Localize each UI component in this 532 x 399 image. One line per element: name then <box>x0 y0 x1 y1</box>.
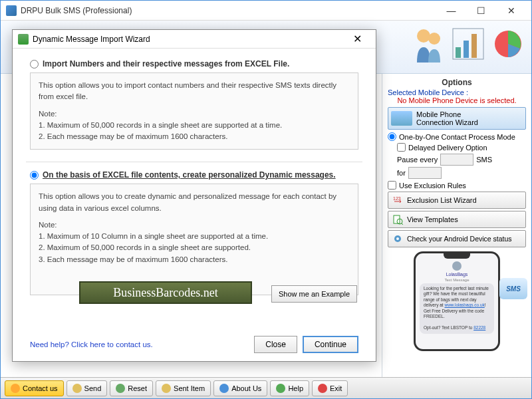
option2-description: This option allows you to create dynamic… <box>30 184 358 295</box>
svg-rect-2 <box>456 47 461 58</box>
app-title: DRPU Bulk SMS (Professional) <box>21 6 436 15</box>
reset-icon <box>116 384 125 393</box>
selected-device-value: No Mobile Phone Device is selected. <box>388 96 526 104</box>
send-button[interactable]: Send <box>66 380 108 396</box>
close-window-button[interactable]: ✕ <box>496 1 526 20</box>
pause-unit: SMS <box>476 156 492 164</box>
minimize-button[interactable]: — <box>436 1 466 20</box>
options-panel: Options Selected Mobile Device : No Mobi… <box>382 74 531 377</box>
option1-description: This option allows you to import contact… <box>30 72 358 150</box>
exit-button[interactable]: Exit <box>312 380 348 396</box>
svg-text:123: 123 <box>393 196 401 201</box>
dialog-titlebar: Dynamic Message Import Wizard ✕ <box>13 30 376 49</box>
show-example-button[interactable]: Show me an Example <box>271 285 357 303</box>
close-button[interactable]: Close <box>254 336 297 353</box>
gear-icon <box>392 233 403 244</box>
exclusion-btn-label: Exclusion List Wizard <box>407 196 477 204</box>
options-title: Options <box>388 78 526 87</box>
wizard-line1: Mobile Phone <box>416 110 478 118</box>
pause-every-label: Pause every <box>397 156 438 164</box>
templates-btn-label: View Templates <box>407 215 458 223</box>
connection-wizard-button[interactable]: Mobile Phone Connection Wizard <box>388 107 526 130</box>
exit-icon <box>318 384 327 393</box>
dialog-icon <box>18 34 29 45</box>
check-android-status-button[interactable]: Check your Android Device status <box>388 230 526 247</box>
phone-link2: 82228 <box>473 325 485 330</box>
phone-frame: LolasBags Text Message Looking for the p… <box>414 251 500 351</box>
android-btn-label: Check your Android Device status <box>407 235 512 243</box>
pause-every-input[interactable] <box>440 154 473 166</box>
option1-label[interactable]: Import Numbers and their respective mess… <box>43 59 289 68</box>
help-button[interactable]: Help <box>270 380 309 396</box>
exclusion-icon: 123 <box>392 195 403 205</box>
exclusion-rules-label: Use Exclusion Rules <box>399 182 466 190</box>
dialog-close-button[interactable]: ✕ <box>344 31 370 47</box>
people-icon <box>412 24 445 64</box>
dialog-title: Dynamic Message Import Wizard <box>33 35 344 44</box>
option2-radio[interactable] <box>30 171 39 180</box>
continue-button[interactable]: Continue <box>303 336 358 353</box>
svg-rect-4 <box>471 34 477 58</box>
import-wizard-dialog: Dynamic Message Import Wizard ✕ Import N… <box>12 29 376 362</box>
main-titlebar: DRPU Bulk SMS (Professional) — ☐ ✕ <box>1 1 531 21</box>
process-mode-radio[interactable] <box>388 132 396 141</box>
option1-radio[interactable] <box>30 60 39 68</box>
svg-rect-8 <box>394 215 400 223</box>
app-icon <box>6 5 17 16</box>
view-templates-button[interactable]: View Templates <box>388 211 526 228</box>
maximize-button[interactable]: ☐ <box>466 1 496 20</box>
phone-msg-meta: Text Message <box>420 278 494 282</box>
bubble-icon <box>11 384 20 393</box>
exclusion-rules-checkbox[interactable] <box>388 181 396 190</box>
for-input[interactable] <box>408 167 442 179</box>
sent-item-button[interactable]: Sent Item <box>156 380 211 396</box>
sms-badge-icon: SMS <box>499 278 527 299</box>
reset-button[interactable]: Reset <box>110 380 153 396</box>
option2-label[interactable]: On the basis of EXCEL file contents, cre… <box>43 170 336 180</box>
connection-wizard-icon <box>391 111 412 126</box>
phone-link1: www.lolasbags.co.uk <box>444 303 484 307</box>
exclusion-list-wizard-button[interactable]: 123 Exclusion List Wizard <box>388 192 526 209</box>
help-icon <box>276 384 285 393</box>
svg-point-11 <box>396 237 399 240</box>
phone-message-bubble: Looking for the perfect last minute gift… <box>420 283 494 334</box>
bar-chart-icon <box>452 27 485 61</box>
svg-point-1 <box>428 33 440 45</box>
phone-contact-name: LolasBags <box>420 272 494 277</box>
info-icon <box>219 384 229 393</box>
help-link[interactable]: Need help? Click here to contact us. <box>30 340 153 348</box>
contact-us-button[interactable]: Contact us <box>5 380 64 396</box>
pie-chart-icon <box>491 27 525 61</box>
delayed-delivery-checkbox[interactable] <box>397 143 406 152</box>
send-icon <box>72 384 82 393</box>
about-us-button[interactable]: About Us <box>213 380 267 396</box>
delayed-delivery-label: Delayed Delivery Option <box>408 144 487 152</box>
avatar-icon <box>452 261 462 271</box>
process-mode-label: One-by-One Contact Process Mode <box>399 133 515 141</box>
bottom-toolbar: Contact us Send Reset Sent Item About Us… <box>1 377 531 398</box>
watermark-badge: BusinessBarcodes.net <box>79 281 252 304</box>
svg-point-0 <box>417 29 430 43</box>
phone-preview: LolasBags Text Message Looking for the p… <box>388 251 526 351</box>
wizard-line2: Connection Wizard <box>416 118 478 126</box>
selected-device-label: Selected Mobile Device : <box>388 88 526 96</box>
templates-icon <box>392 214 403 225</box>
for-label: for <box>397 169 406 177</box>
sent-icon <box>162 384 171 393</box>
svg-rect-3 <box>464 41 469 58</box>
